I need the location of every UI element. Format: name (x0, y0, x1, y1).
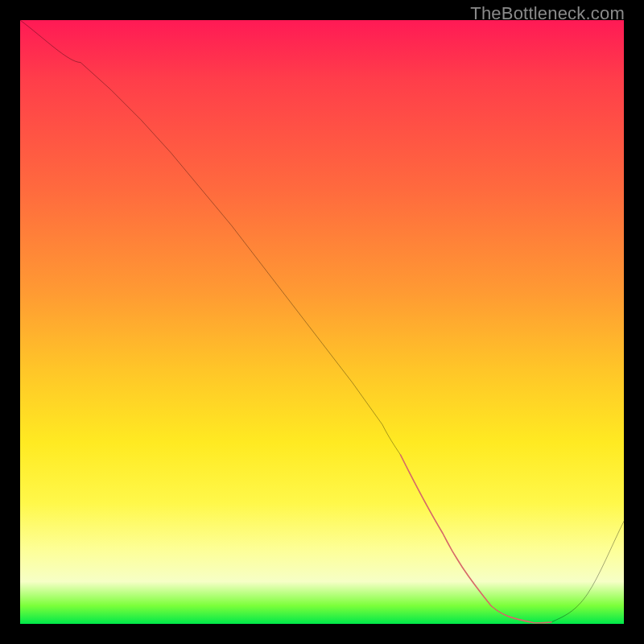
optimal-range-highlight (401, 455, 552, 623)
bottleneck-curve (20, 20, 624, 623)
chart-stage: TheBottleneck.com (0, 0, 644, 644)
plot-area (20, 20, 624, 624)
curve-layer (20, 20, 624, 624)
